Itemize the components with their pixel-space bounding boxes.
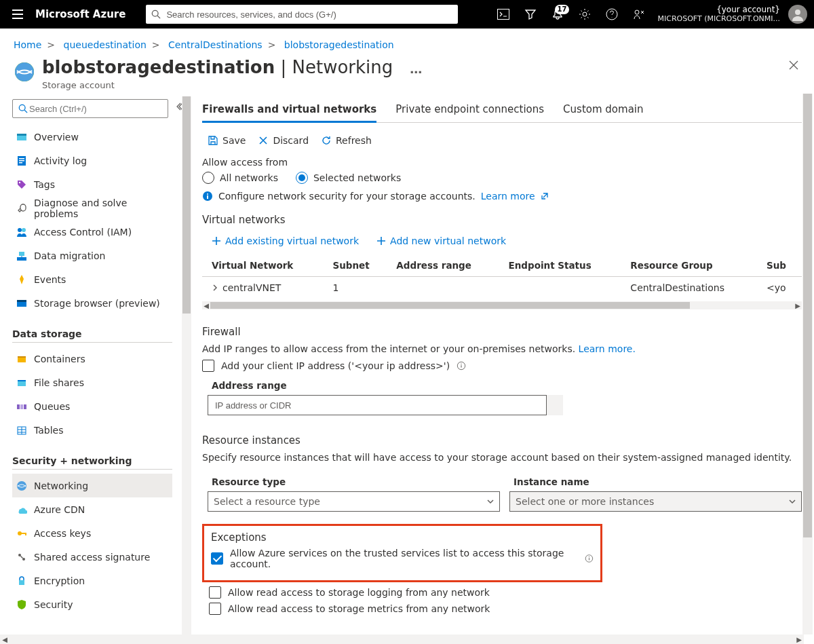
tab-bar: Firewalls and virtual networks Private e… [202, 96, 802, 123]
more-actions-icon[interactable]: … [410, 62, 422, 76]
svg-rect-30 [24, 404, 26, 409]
add-client-ip-checkbox[interactable] [202, 360, 214, 372]
sidebar-item-overview[interactable]: Overview [12, 125, 172, 149]
sidebar-item-events[interactable]: Events [12, 267, 172, 291]
migration-icon [16, 250, 27, 261]
add-existing-vnet[interactable]: Add existing virtual network [212, 235, 359, 246]
exception-trusted-checkbox[interactable] [211, 552, 223, 565]
info-icon[interactable] [585, 554, 594, 563]
col-endpoint-status[interactable]: Endpoint Status [501, 254, 623, 277]
search-icon [151, 10, 161, 19]
sidebar-item-label: Events [34, 274, 66, 285]
svg-rect-16 [19, 162, 22, 164]
account-name: {your account} [657, 5, 780, 14]
add-new-vnet[interactable]: Add new virtual network [376, 235, 506, 246]
discard-button[interactable]: Discard [258, 135, 309, 146]
directory-filter-icon[interactable] [518, 4, 543, 24]
sidebar-item-diagnose[interactable]: Diagnose and solve problems [12, 196, 172, 220]
radio-selected-networks[interactable]: Selected networks [296, 172, 401, 184]
svg-line-10 [24, 110, 27, 113]
account-block[interactable]: {your account} MICROSOFT (MICROSOFT.ONMI… [652, 5, 786, 24]
settings-icon[interactable] [572, 4, 598, 24]
svg-point-36 [18, 554, 21, 556]
sidebar-item-activity[interactable]: Activity log [12, 149, 172, 172]
tab-private-endpoints[interactable]: Private endpoint connections [395, 96, 544, 122]
col-sub[interactable]: Sub [760, 254, 802, 277]
learn-more-link[interactable]: Learn more [481, 191, 535, 202]
sidebar-item-tags[interactable]: Tags [12, 172, 172, 196]
allow-access-radios: All networks Selected networks [202, 172, 802, 184]
sidebar-item-tables[interactable]: Tables [12, 418, 172, 442]
exception-logging-checkbox[interactable] [209, 586, 221, 599]
sidebar-item-cdn[interactable]: Azure CDN [12, 497, 172, 521]
firewall-learn-more-link[interactable]: Learn more. [579, 343, 636, 354]
sidebar-item-browser[interactable]: Storage browser (preview) [12, 291, 172, 315]
svg-rect-25 [18, 356, 26, 358]
global-search[interactable] [146, 5, 458, 24]
sidebar-item-security[interactable]: Security [12, 592, 172, 616]
page-title: blobstoragedestination | Networking … [42, 57, 422, 79]
sidebar-item-containers[interactable]: Containers [12, 347, 172, 371]
global-search-input[interactable] [146, 5, 458, 24]
sidebar-item-queues[interactable]: Queues [12, 394, 172, 418]
close-icon[interactable] [788, 60, 799, 71]
refresh-button[interactable]: Refresh [321, 135, 372, 146]
hamburger-icon[interactable] [7, 5, 28, 23]
header-icon-group: 17 [490, 4, 652, 24]
svg-point-18 [18, 228, 22, 232]
info-icon[interactable] [457, 361, 466, 371]
svg-rect-27 [18, 380, 26, 381]
tab-firewalls[interactable]: Firewalls and virtual networks [202, 96, 376, 122]
tab-custom-domain[interactable]: Custom domain [563, 96, 643, 122]
table-scrollbar[interactable]: ◀▶ [202, 301, 802, 309]
sidebar-item-label: Access Control (IAM) [34, 227, 132, 238]
col-resource-group[interactable]: Resource Group [623, 254, 760, 277]
page-horizontal-scrollbar[interactable]: ◀▶ [0, 634, 804, 644]
cloud-shell-icon[interactable] [490, 5, 516, 24]
sidebar-search[interactable] [12, 99, 168, 118]
exception-trusted-label: Allow Azure services on the trusted serv… [230, 548, 578, 569]
page-vertical-scrollbar[interactable] [802, 94, 813, 634]
sidebar-item-keys[interactable]: Access keys [12, 521, 172, 545]
svg-rect-21 [19, 252, 24, 256]
breadcrumb-item-1[interactable]: queuedestination [64, 39, 147, 50]
avatar[interactable] [788, 5, 807, 24]
col-address-range[interactable]: Address range [389, 254, 501, 277]
exception-metrics-checkbox[interactable] [209, 603, 221, 615]
svg-point-46 [589, 556, 589, 557]
table-row[interactable]: centralVNET 1 CentralDestinations <yo [202, 277, 802, 299]
svg-rect-28 [17, 404, 20, 409]
nav-list-data-storage: ContainersFile sharesQueuesTables [12, 347, 183, 442]
breadcrumb-item-2[interactable]: CentralDestinations [168, 39, 263, 50]
sidebar-item-migration[interactable]: Data migration [12, 244, 172, 267]
col-vnet[interactable]: Virtual Network [202, 254, 326, 277]
sidebar-item-label: Storage browser (preview) [34, 298, 160, 309]
radio-all-networks[interactable]: All networks [202, 172, 278, 184]
address-range-input[interactable] [208, 395, 547, 415]
sidebar-item-fileshares[interactable]: File shares [12, 371, 172, 394]
feedback-icon[interactable] [626, 4, 652, 24]
save-button[interactable]: Save [208, 135, 246, 146]
svg-point-5 [635, 10, 639, 14]
sidebar-item-label: Tables [34, 425, 64, 436]
svg-line-1 [158, 16, 161, 18]
sidebar-item-encryption[interactable]: Encryption [12, 569, 172, 592]
resource-type-select[interactable]: Select a resource type [208, 491, 500, 512]
sidebar-item-sas[interactable]: Shared access signature [12, 545, 172, 569]
breadcrumb-item-home[interactable]: Home [14, 39, 41, 50]
expand-row[interactable]: centralVNET [212, 282, 319, 293]
col-subnet[interactable]: Subnet [326, 254, 390, 277]
notifications-icon[interactable]: 17 [545, 4, 570, 24]
instance-name-select[interactable]: Select one or more instances [509, 491, 802, 512]
sidebar-search-input[interactable] [28, 103, 162, 115]
nav-group-data-storage: Data storage [12, 328, 172, 343]
svg-point-19 [22, 228, 26, 232]
help-icon[interactable] [599, 4, 625, 24]
sidebar-item-label: Queues [34, 401, 70, 412]
firewall-desc: Add IP ranges to allow access from the i… [202, 343, 802, 354]
sidebar-item-networking[interactable]: Networking [12, 474, 172, 497]
nav-list-top: OverviewActivity logTagsDiagnose and sol… [12, 125, 183, 315]
breadcrumb-item-3[interactable]: blobstoragedestination [284, 39, 394, 50]
sidebar-item-access[interactable]: Access Control (IAM) [12, 220, 172, 244]
sidebar-item-label: Shared access signature [34, 552, 150, 563]
